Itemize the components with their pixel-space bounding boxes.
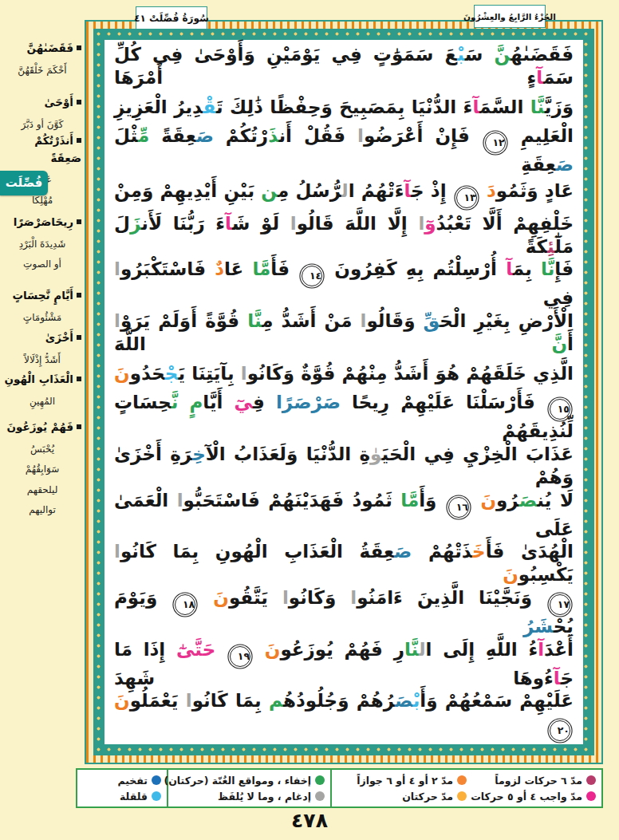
quran-text-segment: نَّ [494,44,511,65]
quran-line: خَلْفِهِمْ أَلَّا تَعْبُدُوٓا إِلَّا الل… [114,212,574,258]
quran-text-segment: الْهُدَىٰ فَأَ [486,541,574,562]
quran-text-segment: ا [114,310,120,331]
quran-text-segment: رُهُمْ وَجُلُودُهُ [283,690,395,711]
quran-text-segment: حَتَّىٰٓ [176,639,227,660]
quran-text-segment: فَاسْتَكْبَرُو [120,258,215,279]
quran-text-segment: يَعْمَلُو [130,690,186,711]
quran-text-segment: صَ [395,690,413,711]
quran-text-segment: الْعَلِيمِ [509,125,574,146]
quran-text-segment: صَ [556,154,574,175]
legend-label: تفخيم [117,775,148,787]
quran-text-segment: ءَ الدُّنْيَا بِمَصَبِيحَ وَحِفْظًا ذَٰل… [216,97,472,117]
quran-text-segment: ا [282,587,289,608]
quran-text-segment: بِآيَتِنَا يَ [178,363,240,384]
legend-label: مدّ ٢ أو ٤ أو ٦ جوازاً [357,775,453,787]
margin-gloss: شَدِيدَةَ الْبَرْدِ [2,237,83,252]
quran-line: وَزَيَّنَّا السَّمَآءَ الدُّنْيَا بِمَصَ… [114,89,574,125]
quran-text-segment: ل [341,180,349,201]
quran-text-segment: ةِ الدُّنْيَا وَلَعَذَابُ الْآ [206,444,370,464]
legend-column: إخفاء ، ومواقع الغُنّة (حركتان)إدغام ، و… [167,770,330,806]
quran-text-segment: أَ [567,333,574,354]
page-frame: فَقَضَىٰهُنَّ سَبْعَ سَمَوَٰتٍ فِي يَوْم… [85,20,603,764]
legend-row: مدّ واجب ٤ أو ٥ حركاتمدّ حركتان [337,791,596,803]
quran-text-segment: م [269,690,283,711]
quran-text-segment: قِّ [424,310,440,331]
square-bullet-icon [77,293,81,298]
quran-text-segment: الَّذِي خَلَقَهُمْ هُوَ أَشَدُّ مِنْهُمْ… [247,363,574,384]
legend-label: إدغام ، وما لا يُلفَظ [218,791,311,803]
quran-text-segment: فِي [543,287,574,308]
square-bullet-icon [77,219,81,224]
quran-text-segment: صَرْصَرًا [276,392,341,412]
quran-text-segment: لَا يُن [537,490,574,511]
quran-text-segment: لَوْ شَ [232,213,290,234]
legend-dot-icon [152,775,161,785]
margin-note: أَخْزَىٰأَشَدُّ إِذْلَالاً [2,329,83,367]
mushaf-page: فَقَضَىٰهُنَّأَحْكَمَ خَلْقَهُنَّأَوْحَى… [0,0,619,840]
legend-item: إخفاء ، ومواقع الغُنّة (حركتان) [164,775,325,787]
margin-headword: أَيَّامٍ نَّحِسَاتٍ [2,287,83,305]
quran-line: عَلَيْهِمْ سَمْعُهُمْ وَأَبْصَرُهُمْ وَج… [114,689,574,741]
quran-text-segment: عَا [224,258,253,279]
quran-text-segment: عِقَةً [149,125,195,146]
margin-headword: فَهُمْ يُوزَعُونَ [2,419,83,436]
quran-text-segment: نَّا [247,310,262,331]
margin-gloss: سَوَابِقُهُمْ [2,462,83,477]
quran-text-segment: نَّ [551,333,567,354]
legend-row: إخفاء ، ومواقع الغُنّة (حركتان) [174,775,325,787]
quran-text-segment: مَّا [400,490,419,511]
quran-text-segment: وَأَ [419,490,445,511]
verse-number-medallion: ١٨ [175,594,195,615]
legend-label: قلقلة [120,791,148,803]
quran-text-segment: نَ [472,490,496,511]
margin-note: الْعَذَابِ الْهُونِالمُهِينِ [2,371,83,408]
quran-line: ١٥ فَأَرْسَلْنَا عَلَيْهِمْ رِيحًا صَرْص… [114,391,574,443]
quran-text-segment: عَذَابَ الْخِزْيِ فِي الْحَيَ [382,444,574,464]
quran-text-segment: ءُوهَا شَهِدَ [114,668,554,688]
quran-text-segment: نَّا [404,639,419,660]
quran-line: الْعَلِيمِ ١٢ فَإِنْ أَعْرَضُوا فَقُلْ أ… [114,124,574,176]
quran-text-segment: صَ [519,490,538,511]
margin-gloss: أو الصوتِ [2,257,83,272]
legend-item: إدغام ، وما لا يُلفَظ [174,791,325,803]
quran-text-segment: فَإِنْ أَعْرَضُو [364,125,482,146]
quran-text-segment: رْتُكُمْ [214,125,268,146]
quran-text-segment: نَ [254,639,280,660]
quran-text-segment: وَنَجَّيْنَا الَّذِينَ ءَامَنُو [357,587,546,608]
verse-number-medallion: ١٤ [302,266,322,286]
quran-text-segment: دَ [480,180,496,201]
quran-text-segment: ا [357,125,364,146]
quran-line: فَقَضَىٰهُنَّ سَبْعَ سَمَوَٰتٍ فِي يَوْم… [114,43,574,89]
margin-note: أَوْحَىٰكَوَّنَ أو دَبَّرَ [2,94,83,132]
quran-line: أَعْدَآءُ اللَّهِ إِلَى النَّارِ فَهُمْ … [114,638,574,690]
quran-text-segment: يَتَّقُو [229,587,282,608]
margin-headword: أَوْحَىٰ [2,94,83,112]
quran-line: الَّذِي خَلَقَهُمْ هُوَ أَشَدُّ مِنْهُمْ… [114,356,574,392]
surah-tab: فُصِّلَت [0,171,48,195]
quran-line: الْأَرْضِ بِغَيْرِ الْحَقِّ وَقَالُوا مَ… [114,310,574,356]
margin-glossary: فَقَضَىٰهُنَّأَحْكَمَ خَلْقَهُنَّأَوْحَى… [2,0,83,766]
quran-text-segment: صَ [196,125,214,146]
legend-column: تفخيمقلقلة [77,770,167,806]
quran-text-segment: آ [472,97,479,117]
quran-text-segment: إِلَّا اللَّهَ قَالُو [297,213,419,234]
quran-text-segment: رِ فَهُمْ يُوزَعُو [280,639,404,660]
quran-text-segment: ا [186,690,192,711]
quran-text-segment: ءٍ أَمْرَهَا [114,67,536,88]
quran-text-segment: دِيرُ الْعَزِيزِ [114,97,203,117]
legend-row: قلقلة [83,791,161,803]
quran-text-segment: بِمَا كَانُو [192,690,269,711]
margin-headword: فَقَضَىٰهُنَّ [2,40,83,57]
verse-number-medallion: ٢٠ [550,720,570,741]
quran-text-segment: فَأَ [270,258,298,279]
quran-text-segment: فَقَضَىٰهُ [511,44,574,65]
quran-text-segment: آ [225,213,232,234]
quran-text-segment: فَإِ [554,258,574,279]
quran-text-segment: ذَتْهُمْ [412,541,472,562]
quran-line: عَذَابَ الْخِزْيِ فِي الْحَيَوٰةِ الدُّن… [114,443,574,489]
legend-label: مدّ واجب ٤ أو ٥ حركات [471,791,582,803]
quran-text-segment: الْأَرْضِ بِغَيْرِ الْحَ [440,310,574,331]
quran-text-segment: خَ [472,541,486,562]
quran-text-segment: نَّا [530,97,545,117]
square-bullet-icon [77,335,81,340]
